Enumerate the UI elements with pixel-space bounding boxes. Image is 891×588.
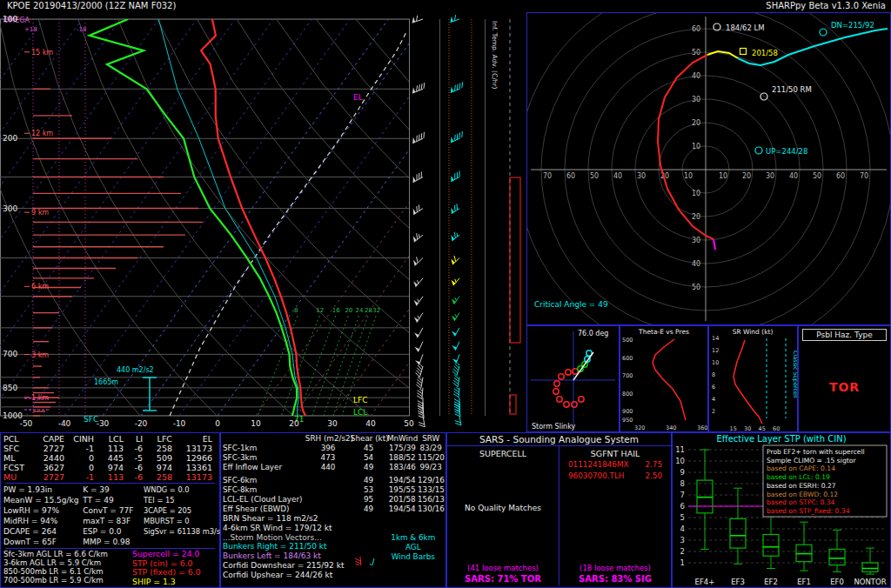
height-msl-label: 3 km [31,351,49,359]
sars-supercell-matches: No Quality Matches [447,504,559,512]
pressure-label: 100 [3,15,17,23]
barb-note-line1: 1km & 6km AGL [383,533,444,552]
kinematics-row: SFC-1km39645175/3983/29 [223,444,444,453]
kinematics-row: Eff Shear (EBWD)49194/54130/16 [223,504,444,514]
temp-axis-label: 0 [215,419,220,428]
stp-chart-title: Effective Layer STP (with CIN) [716,434,846,444]
slinky-dot [554,381,559,386]
stp-ytick-label: 9 [680,468,685,477]
slinky-angle-label: 76.0 deg [578,330,608,337]
storm-motion-label: UP=244/28 [766,147,807,156]
stp-category-label: EF4+ [695,578,715,586]
ring-label: 40 [613,172,622,180]
stat-value: DCAPE = 264 [3,526,83,537]
temp-axis-label: -40 [58,419,71,428]
hodo-trace-6-9km [707,51,738,58]
skewt-diagram[interactable]: 8121620242832OMEGA+18-181002003007008501… [0,12,526,432]
temp-axis-label: -20 [135,419,148,428]
storm-motion-marker [760,93,767,100]
stp-boxplot-chart: Effective Layer STP (with CIN)1234567891… [673,433,890,587]
sars-title: SARS - Sounding Analogue System [447,433,671,446]
stp-category-label: EF0 [830,578,844,586]
sr-wind-km-label: 14 [712,335,719,342]
sr-wind-panel[interactable]: SR Wind (kt)246810121415304560Classic Su… [708,325,798,432]
ring-label: 30 [637,172,646,180]
stp-ytick-label: 11 [675,445,685,454]
stat-value: 3CAPE = 205 [144,505,217,516]
stp-category-label: EF2 [764,578,778,586]
mixing-ratio-label: 20 [345,307,352,314]
theta-e-pressure-label: 600 [622,355,633,362]
sr-wind-km-label: 2 [712,408,715,415]
sars-columns: SUPERCELL No Quality Matches (41 loose m… [447,446,671,585]
parcel-row-fcst: FCST36270974-697413361 [3,463,217,472]
theta-e-pressure-label: 500 [622,337,633,344]
hodograph-panel[interactable]: 1020304050601020304050102030405060701020… [526,12,891,325]
kinematics-row: Eff Inflow Layer44049183/4699/23 [223,463,444,472]
stat-value: K = 39 [83,484,144,495]
kinematics-panel[interactable]: SRH (m2/s2)Shear (kt)MnWindSRWSFC-1km396… [220,432,446,588]
omega-plus-label: +18 [24,26,37,33]
sounding-title: KPOE 20190413/2000 (12Z NAM F032) [7,0,176,12]
possible-hazard-panel[interactable]: Psbl Haz. Type TOR [798,325,891,432]
classic-supercell-label: Classic Supercell [792,351,798,398]
sharppy-window: KPOE 20190413/2000 (12Z NAM F032) SHARPp… [0,0,891,588]
sars-supercell-header: SUPERCELL [447,449,559,458]
theta-e-panel[interactable]: Theta-E vs Pres5006007008009009503203403… [620,325,708,432]
ring-label: 50 [692,284,700,291]
kinematics-row: SFC-3km47354188/52115/20 [223,453,444,463]
theta-e-pressure-label: 900 [622,408,633,415]
stat-value: TEI = 15 [144,495,217,505]
ring-label: 20 [742,172,751,180]
kinematics-row: SFC-6km49194/54129/16 [223,476,444,485]
slinky-dot [553,389,559,394]
ring-label: 60 [836,172,845,180]
hazard-type-value: TOR [799,380,890,394]
temp-axis-label: 20 [289,419,299,428]
hail-match-row: 0111241846MX2.75 [559,460,671,470]
stp-ytick-label: 3 [680,536,685,545]
ring-label: 30 [766,172,774,180]
ring-label: 70 [860,172,868,180]
ring-label: 60 [566,172,575,180]
lapse-rate-value: 3-6km AGL LR = 5.9 C/km [3,558,132,567]
thermodynamics-panel[interactable]: PCLCAPECINHLCLLILFCELSFC2727-1113-625813… [0,432,220,588]
wetbulb-profile [158,19,298,416]
stp-legend-line: based on LCL: 0.19 [767,473,830,481]
stp-category-label: EF1 [797,578,811,586]
composite-index-value: SHIP = 1.3 [132,578,201,587]
sr-wind-km-label: 8 [712,371,715,378]
height-msl-label: 15 km [31,49,53,57]
ring-label: 30 [692,237,700,244]
storm-motion-marker [755,147,762,154]
sr-wind-km-label: 12 [712,347,719,354]
storm-motion-marker [820,29,827,36]
sr-wind-km-label: 6 [712,384,715,391]
ring-label: 10 [719,172,727,180]
theta-e-curve [653,339,686,420]
mean-wind-marker [740,49,747,55]
stats-column: PW = 1.93inMeanW = 15.5g/kgLowRH = 97%Mi… [3,484,83,547]
stp-ytick-label: 2 [680,547,685,556]
stat-value: ESP = 0.0 [83,526,144,537]
wind-barb-column [412,16,425,427]
sr-wind-kt-label: 45 [759,425,766,432]
stp-legend-line: based on EBWD: 0.12 [767,491,838,498]
stat-value: ConvT = 77F [83,505,144,516]
sr-wind-km-label: 4 [712,396,715,403]
storm-slinky-panel[interactable]: 76.0 degStorm Slinky [526,325,620,432]
stp-boxplot-panel[interactable]: Effective Layer STP (with CIN)1234567891… [672,432,891,588]
el-label: EL [353,93,363,102]
slinky-tilt-vector [573,352,593,380]
height-msl-label: 9 km [31,209,49,217]
stat-value: PW = 1.93in [3,484,83,495]
ring-label: 30 [692,96,700,104]
sars-panel[interactable]: SARS - Sounding Analogue System SUPERCEL… [446,432,672,588]
slinky-dot [559,374,564,379]
hail-match-row: 96030700.TLH2.50 [559,471,671,481]
stat-value: MidRH = 94% [3,516,83,526]
stat-value: MeanW = 15.5g/kg [3,495,83,505]
sr-wind-km-label: 10 [712,359,719,366]
ring-label: 50 [590,172,599,180]
height-msl-label: 6 km [31,283,49,291]
